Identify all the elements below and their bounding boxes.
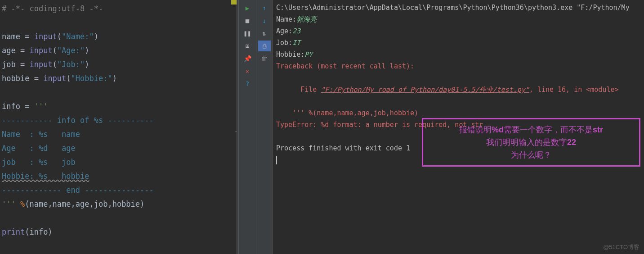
annotation-line-2: 我们明明输入的是数字22 bbox=[486, 136, 576, 149]
code-token: hobbie bbox=[2, 74, 34, 83]
code-token: input bbox=[43, 74, 66, 83]
console-toolbar-left: ▶■❚❚⊞📌✕? bbox=[238, 0, 256, 254]
code-line[interactable]: # -*- coding:utf-8 -*- bbox=[2, 2, 237, 16]
console-pane[interactable]: C:\Users\Administrator\AppData\Local\Pro… bbox=[273, 0, 644, 254]
editor-marker bbox=[231, 0, 237, 5]
code-token: info bbox=[2, 102, 25, 111]
input-prompt: Job: bbox=[276, 39, 292, 47]
arrow-down-icon[interactable]: ↓ bbox=[258, 15, 271, 26]
pause-icon[interactable]: ❚❚ bbox=[241, 28, 254, 39]
code-line[interactable]: job : %s job bbox=[2, 155, 237, 169]
code-token: "Age:" bbox=[57, 46, 85, 55]
code-line[interactable]: name = input("Name:") bbox=[2, 30, 237, 44]
code-line[interactable] bbox=[2, 16, 237, 30]
cursor bbox=[276, 156, 277, 164]
code-token: % bbox=[20, 200, 25, 209]
traceback-file: File "F:/Python/My road of Python/day01-… bbox=[276, 72, 640, 107]
code-token: "Name:" bbox=[62, 32, 94, 41]
print-icon[interactable]: ⎙ bbox=[258, 41, 271, 51]
code-line[interactable]: ------------- end --------------- bbox=[2, 183, 237, 197]
console-input-line: Age:23 bbox=[276, 25, 640, 37]
traceback-header: Traceback (most recent call last): bbox=[276, 60, 640, 72]
console-input-line: Job:IT bbox=[276, 37, 640, 49]
editor-pane[interactable]: # -*- coding:utf-8 -*- name = input("Nam… bbox=[0, 0, 237, 254]
code-line[interactable]: age = input("Age:") bbox=[2, 44, 237, 58]
code-token: name bbox=[2, 32, 25, 41]
code-line[interactable]: ----------- info of %s ---------- bbox=[2, 113, 237, 127]
trash-icon[interactable]: 🗑 bbox=[258, 53, 271, 64]
code-token: (name,name,age,job,hobbie) bbox=[25, 200, 144, 209]
code-token: Hobbie: %s hobbie bbox=[2, 172, 89, 181]
code-token: job bbox=[2, 60, 20, 69]
code-token: age bbox=[2, 46, 20, 55]
code-token: # -*- coding:utf-8 -*- bbox=[2, 4, 103, 13]
close-icon[interactable]: ✕ bbox=[241, 66, 254, 77]
watermark: @51CTO博客 bbox=[603, 243, 640, 251]
code-token: print bbox=[2, 227, 25, 236]
file-link[interactable]: "F:/Python/My road of Python/day01-5.5/作… bbox=[321, 86, 529, 94]
code-token: ----------- info of %s ---------- bbox=[2, 116, 154, 125]
stop-icon[interactable]: ■ bbox=[241, 15, 254, 26]
run-icon[interactable]: ▶ bbox=[241, 3, 254, 14]
code-line[interactable]: info = ''' bbox=[2, 100, 237, 113]
code-token: Age : %d age bbox=[2, 144, 76, 153]
console-input-line: Name:郭海亮 bbox=[276, 14, 640, 25]
wrap-icon[interactable]: ⇅ bbox=[258, 28, 271, 39]
layout-icon[interactable]: ⊞ bbox=[241, 41, 254, 51]
code-line[interactable]: Age : %d age bbox=[2, 141, 237, 155]
code-area[interactable]: # -*- coding:utf-8 -*- name = input("Nam… bbox=[2, 2, 237, 239]
code-token: ) bbox=[85, 46, 89, 55]
traceback-context: ''' %(name,name,age,job,hobbie) bbox=[276, 107, 640, 119]
code-token: ) bbox=[112, 74, 117, 83]
code-token: ) bbox=[85, 60, 89, 69]
input-prompt: Hobbie: bbox=[276, 50, 304, 59]
splitter-caret[interactable]: — bbox=[236, 127, 237, 134]
code-line[interactable]: hobbie = input("Hobbie:") bbox=[2, 72, 237, 86]
code-token: input bbox=[29, 46, 52, 55]
code-token: = bbox=[20, 46, 29, 55]
console-toolbar-right: ↑↓⇅⎙🗑 bbox=[256, 0, 273, 254]
code-token: Name : %s name bbox=[2, 130, 80, 139]
arrow-up-icon[interactable]: ↑ bbox=[258, 3, 271, 14]
code-token: = bbox=[20, 60, 29, 69]
code-token: ( bbox=[66, 74, 71, 83]
input-value: IT bbox=[292, 39, 300, 47]
code-line[interactable]: Hobbie: %s hobbie bbox=[2, 169, 237, 183]
input-prompt: Name: bbox=[276, 15, 296, 23]
code-token: = bbox=[25, 32, 34, 41]
code-line[interactable]: Name : %s name bbox=[2, 127, 237, 141]
code-line[interactable]: job = input("Job:") bbox=[2, 58, 237, 72]
code-line[interactable]: ''' %(name,name,age,job,hobbie) bbox=[2, 197, 237, 211]
code-token: (info) bbox=[25, 227, 52, 236]
code-token: ------------- end --------------- bbox=[2, 186, 154, 195]
code-line[interactable] bbox=[2, 211, 237, 225]
input-value: 郭海亮 bbox=[296, 15, 317, 23]
pin-icon[interactable]: 📌 bbox=[241, 53, 254, 64]
code-line[interactable]: print(info) bbox=[2, 225, 237, 239]
code-token: ( bbox=[57, 32, 62, 41]
annotation-line-1: 报错说明%d需要一个数字，而不不是str bbox=[459, 123, 603, 136]
input-value: PY bbox=[304, 50, 313, 59]
input-value: 23 bbox=[292, 27, 300, 35]
file-suffix: , line 16, in <module> bbox=[529, 86, 619, 94]
code-token: ) bbox=[94, 32, 98, 41]
code-token: input bbox=[29, 60, 52, 69]
code-token: "Job:" bbox=[57, 60, 85, 69]
file-prefix: File bbox=[292, 86, 321, 94]
code-token: = bbox=[34, 74, 43, 83]
code-token: = bbox=[25, 102, 34, 111]
code-token: ''' bbox=[2, 200, 20, 209]
code-token: input bbox=[34, 32, 57, 41]
input-prompt: Age: bbox=[276, 27, 292, 35]
code-token: ( bbox=[53, 60, 57, 69]
annotation-line-3: 为什么呢？ bbox=[511, 149, 551, 161]
code-token: ( bbox=[53, 46, 57, 55]
console-input-line: Hobbie:PY bbox=[276, 49, 640, 60]
code-line[interactable] bbox=[2, 86, 237, 100]
code-token: ''' bbox=[34, 102, 48, 111]
code-token: "Hobbie:" bbox=[71, 74, 112, 83]
annotation-callout: 报错说明%d需要一个数字，而不不是str 我们明明输入的是数字22 为什么呢？ bbox=[422, 118, 640, 167]
exec-command: C:\Users\Administrator\AppData\Local\Pro… bbox=[276, 2, 640, 14]
code-token: job : %s job bbox=[2, 158, 76, 167]
help-icon[interactable]: ? bbox=[241, 78, 254, 89]
